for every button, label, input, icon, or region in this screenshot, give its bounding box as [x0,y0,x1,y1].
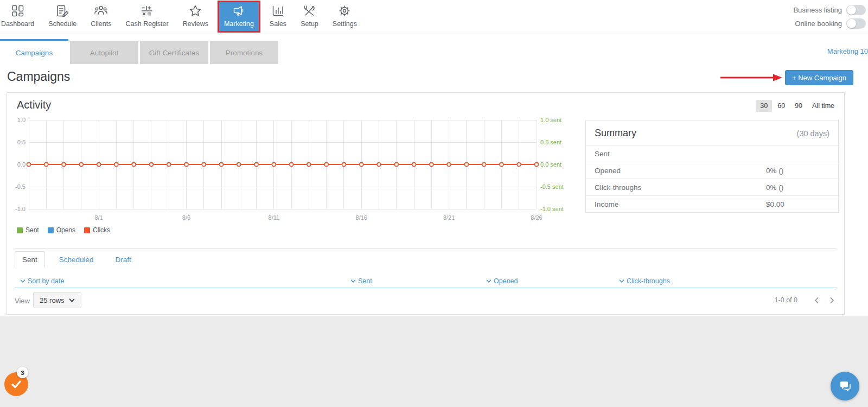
legend-swatch-blue [48,227,54,233]
svg-text:1.0: 1.0 [17,117,25,123]
new-campaign-button[interactable]: + New Campaign [785,70,853,85]
column-opened[interactable]: Opened [486,277,518,285]
nav-toggles: Business listing Online booking [793,5,866,29]
svg-text:-0.5 sent: -0.5 sent [540,183,564,190]
star-icon [188,4,202,18]
checklist-count-badge: 3 [17,367,28,378]
summary-row-label: Click-throughs [595,183,641,192]
nav-item-setup[interactable]: Setup [293,0,326,32]
svg-text:0.5: 0.5 [17,139,25,145]
date-range-selector: 30 60 90 All time [756,100,839,112]
nav-item-sales[interactable]: Sales [263,0,293,32]
column-label: Click-throughs [627,277,670,285]
nav-item-marketing[interactable]: Marketing [219,2,259,31]
svg-text:8/21: 8/21 [443,214,455,221]
summary-row-opened: Opened0% () [586,162,838,179]
summary-row-value: $0.00 [766,200,784,208]
column-label: Opened [494,277,518,285]
tab-campaigns[interactable]: Campaigns [0,39,68,64]
summary-period: (30 days) [797,129,829,138]
summary-row-label: Sent [595,150,610,158]
summary-row-label: Opened [595,167,621,175]
chevron-down-icon [69,297,75,303]
subtab-scheduled[interactable]: Scheduled [59,252,94,268]
section-divider [15,248,837,249]
tab-autopilot[interactable]: Autopilot [70,39,138,64]
pagination-next-button[interactable] [827,295,837,305]
marketing-101-link[interactable]: Marketing 10 [827,47,868,55]
summary-title: Summary [595,128,636,139]
pagination: 1-0 of 0 [775,295,837,305]
legend-label: Opens [56,226,75,234]
summary-row-value: 0% () [766,167,783,175]
nav-label: Dashboard [1,20,34,28]
business-listing-toggle-row: Business listing [793,5,866,15]
nav-label: Reviews [183,20,208,28]
legend-label: Sent [25,226,39,234]
range-60[interactable]: 60 [773,100,789,112]
column-label: Sent [358,277,372,285]
business-listing-toggle[interactable] [846,5,866,15]
legend-item-sent: Sent [17,226,39,234]
gear-icon [337,4,352,18]
svg-text:0.0: 0.0 [17,161,25,168]
svg-text:8/6: 8/6 [182,214,190,221]
summary-row-label: Income [595,200,618,208]
nav-item-schedule[interactable]: Schedule [41,0,84,32]
svg-text:8/16: 8/16 [356,214,367,221]
online-booking-toggle[interactable] [846,18,866,29]
summary-header: Summary (30 days) [586,120,838,145]
rows-per-page-select[interactable]: 25 rows [33,292,81,308]
bar-chart-icon [271,4,285,18]
pagination-range: 1-0 of 0 [775,296,797,304]
nav-item-clients[interactable]: Clients [84,0,118,32]
nav-item-dashboard[interactable]: Dashboard [0,0,41,32]
column-click-throughs[interactable]: Click-throughs [619,277,670,285]
summary-panel: Summary (30 days) Sent Opened0% () Click… [585,120,839,213]
chart-legend: Sent Opens Clicks [17,226,110,234]
dashboard-icon [11,4,25,18]
svg-text:0.5 sent: 0.5 sent [540,139,561,145]
legend-item-opens: Opens [48,226,75,234]
summary-row-clickthroughs: Click-throughs0% () [586,179,838,196]
app-window: Dashboard Schedule Clients Cash Register… [0,0,868,407]
section-tabs: Campaigns Autopilot Gift Certificates Pr… [0,39,278,64]
column-sent[interactable]: Sent [350,277,372,285]
legend-label: Clicks [93,226,110,234]
subtab-draft[interactable]: Draft [116,252,131,268]
range-all-time[interactable]: All time [808,100,839,112]
annotation-arrow [720,73,782,82]
red-arrow-icon [720,73,782,82]
nav-label: Cash Register [126,20,169,28]
support-chat-button[interactable] [831,372,859,400]
nav-label: Clients [91,20,111,28]
pagination-prev-button[interactable] [812,295,821,305]
checkmark-icon [10,378,23,391]
svg-text:8/1: 8/1 [94,214,103,221]
legend-item-clicks: Clicks [84,226,110,234]
nav-item-reviews[interactable]: Reviews [176,0,215,32]
tab-promotions[interactable]: Promotions [210,39,278,64]
tab-gift-certificates[interactable]: Gift Certificates [140,39,208,64]
column-sort-by-date[interactable]: Sort by date [20,277,64,285]
campaigns-card: Activity 30 60 90 All time 1.01.0 sent0.… [7,92,845,315]
nav-item-cash-register[interactable]: Cash Register [119,0,176,32]
cash-register-icon [140,4,154,18]
svg-text:-1.0 sent: -1.0 sent [540,206,564,212]
chevron-right-icon [828,297,835,304]
online-booking-label: Online booking [795,20,842,28]
rows-per-page-value: 25 rows [40,296,65,304]
range-90[interactable]: 90 [790,100,807,112]
online-booking-toggle-row: Online booking [795,18,866,29]
activity-chart: 1.01.0 sent0.50.5 sent0.00.0 sent-0.5-0.… [8,115,572,223]
nav-item-settings[interactable]: Settings [326,0,364,32]
top-nav: Dashboard Schedule Clients Cash Register… [0,0,868,34]
tools-icon [302,4,316,18]
campaign-list-tabs: Sent Scheduled Draft [15,251,131,268]
nav-label: Settings [333,20,357,28]
chevron-down-icon [486,278,492,284]
chevron-down-icon [20,278,25,284]
subtab-sent[interactable]: Sent [15,251,45,268]
range-30[interactable]: 30 [756,100,772,112]
nav-label: Sales [270,20,286,28]
